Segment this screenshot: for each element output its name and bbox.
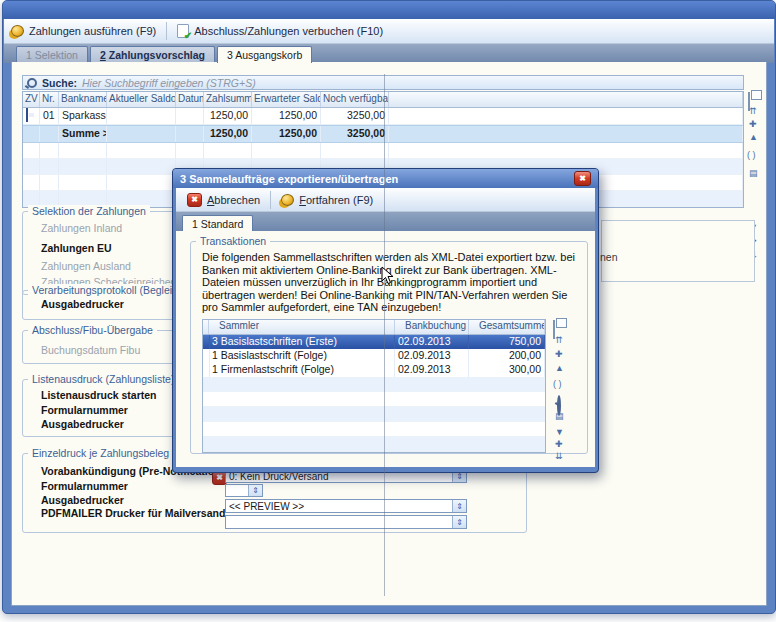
main-tabstrip: 1 Selektion 2 Zahlungsvorschlag 3 Ausgan… (4, 44, 774, 63)
vertical-hairline (384, 74, 385, 596)
label-ausgabedrucker: Ausgabedrucker (41, 418, 124, 430)
sammler-empty-row (203, 392, 545, 407)
nav-grid-icon[interactable]: ▤ (555, 411, 564, 421)
col-zv: ZV (23, 92, 40, 107)
bank-table-row[interactable]: 01 Sparkasse 1250,00 1250,00 3250,00 (23, 108, 743, 125)
nav-add-icon[interactable]: ✚ (555, 349, 563, 359)
label-buchungsdatum-fibu: Buchungsdatum Fibu (41, 344, 140, 356)
book-payments-button[interactable]: ✔ Abschluss/Zahlungen verbuchen (F10) (170, 21, 390, 41)
sammler-row[interactable]: 1 Firmenlastschrift (Folge) 02.09.2013 3… (203, 363, 545, 377)
toolbar-separator (270, 191, 271, 209)
dialog-title: 3 Sammelaufträge exportieren/übertragen (180, 173, 398, 185)
ausgabedrucker-value: << PREVIEW >> (229, 501, 304, 512)
nav-add-icon[interactable]: ✚ (749, 119, 757, 129)
pdfmailer-combo[interactable]: ⇕ (225, 515, 467, 529)
document-check-icon: ✔ (177, 24, 189, 38)
continue-label: Fortfahren (F9) (299, 194, 373, 206)
search-bar[interactable]: Suche: Hier Suchbegriff eingeben (STRG+S… (22, 75, 744, 90)
coins-icon (11, 25, 24, 37)
book-payments-label: Abschluss/Zahlungen verbuchen (F10) (194, 25, 383, 37)
group-title: Listenausdruck (Zahlungsliste) (28, 373, 178, 385)
main-toolbar: Zahlungen ausführen (F9) ✔ Abschluss/Zah… (4, 19, 774, 44)
tab-zahlungsvorschlag[interactable]: 2 Zahlungsvorschlag (90, 46, 215, 63)
continue-button[interactable]: Fortfahren (F9) (274, 190, 380, 210)
search-icon (27, 78, 37, 88)
combo-arrow-icon[interactable]: ⇕ (452, 500, 466, 512)
label-zahlungen-inland: Zahlungen Inland (41, 222, 122, 234)
label-ausgabedrucker: Ausgabedrucker (41, 494, 124, 506)
col-bankbuchung: Bankbuchung am (395, 320, 469, 334)
col-noch-verfuegbar: Noch verfügbar € (321, 92, 389, 107)
nav-brackets-icon[interactable]: ( ) (553, 379, 562, 389)
nav-first-icon[interactable]: ⇈ (749, 106, 757, 116)
col-nr: Nr. (40, 92, 59, 107)
group-title: Transaktionen (196, 235, 270, 247)
sammler-table: Sammler Bankbuchung am Gesamtsumme € 3 B… (202, 319, 546, 453)
dialog-titlebar: 3 Sammelaufträge exportieren/übertragen … (173, 169, 598, 188)
combo-arrow-icon[interactable]: ⇕ (452, 516, 466, 528)
window-titlebar (3, 1, 775, 19)
sammler-table-header[interactable]: Sammler Bankbuchung am Gesamtsumme € (203, 320, 545, 335)
label-listenausdruck-starten: Listenausdruck starten (41, 389, 157, 401)
clipped-label: nen (600, 251, 618, 263)
nav-brackets-icon[interactable]: ( ) (747, 150, 756, 160)
dialog-toolbar: ✖ Abbrechen Fortfahren (F9) (176, 188, 595, 212)
spinner-icon[interactable]: ⇕ (248, 485, 262, 496)
abort-label: Abbrechen (207, 194, 260, 206)
sammler-row-selected[interactable]: 3 Basislastschriften (Erste) 02.09.2013 … (203, 335, 545, 349)
col-zahlsumme: Zahlsumme € (204, 92, 252, 107)
col-gesamtsumme: Gesamtsumme € (469, 320, 545, 334)
screen: Zahlungen ausführen (F9) ✔ Abschluss/Zah… (0, 0, 776, 622)
abort-icon: ✖ (187, 193, 202, 207)
bank-table-empty-row (23, 143, 743, 159)
disk-icon (26, 108, 28, 122)
nav-grid-icon[interactable]: ▤ (749, 168, 758, 178)
col-datum: Datum (176, 92, 204, 107)
sammler-empty-row (203, 437, 545, 452)
search-placeholder: Hier Suchbegriff eingeben (STRG+S) (82, 77, 256, 89)
toolbar-separator (166, 22, 167, 40)
label-pdfmailer-drucker: PDFMAILER Drucker für Mailversand (41, 507, 225, 519)
label-formularnummer: Formularnummer (41, 404, 128, 416)
bank-table-header[interactable]: ZV Nr. Bankname Aktueller Saldo € Datum … (23, 92, 743, 108)
nav-next-icon[interactable]: ▼ (555, 427, 564, 437)
sammler-empty-row (203, 407, 545, 422)
nav-prev-icon[interactable]: ▲ (555, 363, 564, 373)
sammler-empty-row (203, 377, 545, 392)
execute-payments-button[interactable]: Zahlungen ausführen (F9) (4, 21, 163, 41)
nav-first-icon[interactable]: ⇈ (555, 335, 563, 345)
group-title: Selektion der Zahlungen (28, 205, 150, 217)
col-erwarteter-saldo: Erwarteter Saldo € (252, 92, 321, 107)
bank-table-sum-row: Summe > 1250,00 1250,00 3250,00 (23, 125, 743, 143)
close-icon[interactable]: ✖ (574, 171, 591, 186)
col-sammler: Sammler (209, 320, 395, 334)
label-ausgabedrucker: Ausgabedrucker (41, 298, 124, 310)
col-aktueller-saldo: Aktueller Saldo € (107, 92, 176, 107)
search-label: Suche: (42, 77, 77, 89)
label-zahlungen-ausland: Zahlungen Ausland (41, 260, 131, 272)
tab-ausgangskorb[interactable]: 3 Ausgangskorb (217, 46, 312, 63)
nav-add2-icon[interactable]: ✚ (555, 439, 563, 449)
formularnummer-spinner[interactable]: ⇕ (225, 484, 263, 497)
label-zahlungen-eu: Zahlungen EU (41, 242, 112, 254)
col-bankname: Bankname (59, 92, 107, 107)
sammler-empty-row (203, 422, 545, 437)
nav-prev-icon[interactable]: ▲ (749, 132, 758, 142)
execute-payments-label: Zahlungen ausführen (F9) (29, 25, 156, 37)
tab-selektion[interactable]: 1 Selektion (16, 46, 88, 63)
coins-icon (281, 194, 294, 206)
sammler-row[interactable]: 1 Basislastschrift (Folge) 02.09.2013 20… (203, 349, 545, 363)
export-dialog: 3 Sammelaufträge exportieren/übertragen … (172, 168, 599, 473)
mouse-cursor (381, 266, 394, 285)
clipped-group-box: nen (601, 220, 755, 282)
label-formularnummer: Formularnummer (41, 480, 128, 492)
abort-button[interactable]: ✖ Abbrechen (180, 190, 267, 210)
dialog-tab-standard[interactable]: 1 Standard (182, 215, 253, 232)
ausgabedrucker-combo[interactable]: << PREVIEW >> ⇕ (225, 499, 467, 513)
nav-last-icon[interactable]: ⇊ (555, 451, 563, 461)
group-title: Abschluss/Fibu-Übergabe (28, 324, 157, 336)
